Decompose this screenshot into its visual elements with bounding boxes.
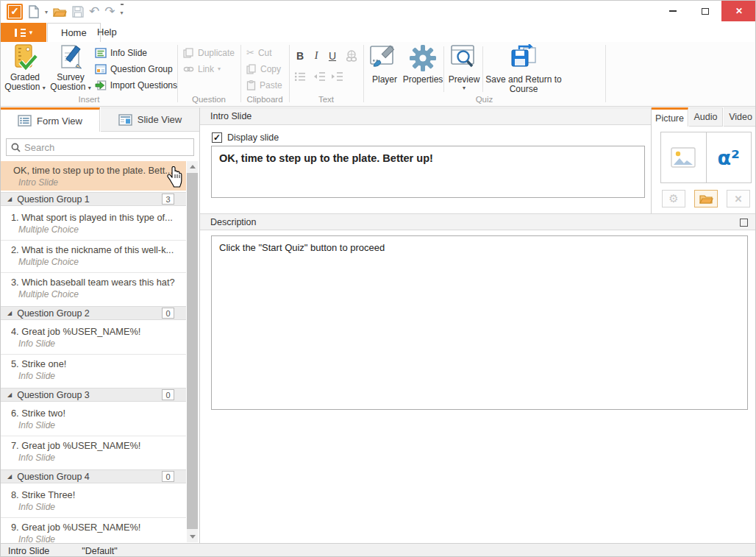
remove-picture-button[interactable]: ✕ xyxy=(727,190,750,207)
link-button[interactable]: Link ▾ xyxy=(183,62,238,76)
link-icon xyxy=(183,65,194,74)
search-input[interactable] xyxy=(24,142,179,153)
slide-item-number: 3. xyxy=(11,277,21,288)
question-group-section-label: Question xyxy=(177,95,240,104)
player-icon xyxy=(369,44,400,72)
survey-question-button[interactable]: Survey Question ▾ xyxy=(49,44,92,96)
question-group-button[interactable]: Question Group xyxy=(95,62,177,76)
duplicate-button[interactable]: Duplicate xyxy=(183,46,238,60)
paste-button[interactable]: Paste xyxy=(246,78,286,92)
slide-item-type: Info Slide xyxy=(18,501,182,513)
slide-item-type: Info Slide xyxy=(18,338,182,350)
maximize-button[interactable] xyxy=(689,1,721,21)
copy-button[interactable]: Copy xyxy=(246,62,286,76)
expand-description-button[interactable] xyxy=(740,219,748,227)
question-group-header[interactable]: ◢Question Group 20 xyxy=(1,306,186,320)
ribbon: Graded Question ▾ Survey Question ▾ Info xyxy=(1,42,756,107)
main-menu-button[interactable]: ▾ xyxy=(1,23,46,42)
close-button[interactable]: ✕ xyxy=(721,1,756,21)
cut-button[interactable]: ✂ Cut xyxy=(246,46,286,60)
scroll-up-arrow[interactable] xyxy=(187,161,198,172)
slide-list-item[interactable]: 1. What sport is played in this type of.… xyxy=(1,207,186,240)
intro-slide-header: Intro Slide xyxy=(200,107,651,125)
graded-question-icon xyxy=(13,44,38,71)
player-label: Player xyxy=(372,75,397,85)
display-slide-label: Display slide xyxy=(227,132,279,143)
question-group-header[interactable]: ◢Question Group 40 xyxy=(1,469,186,483)
info-slide-button[interactable]: Info Slide xyxy=(95,46,177,60)
menu-caret-icon: ▾ xyxy=(29,29,33,36)
redo-button[interactable]: ↷ xyxy=(104,4,115,20)
ribbon-separator xyxy=(605,45,606,102)
new-document-icon xyxy=(29,5,40,18)
italic-button[interactable]: I xyxy=(310,49,323,63)
preview-button[interactable]: Preview ▾ xyxy=(446,44,482,91)
survey-question-icon xyxy=(58,44,83,71)
quick-access-toolbar: ▾ ↶ ↷ ▾ xyxy=(29,4,124,20)
new-document-button[interactable] xyxy=(29,4,40,20)
slide-item-title: 2. What is the nickname of this well-k..… xyxy=(11,244,182,256)
slide-text-editor[interactable]: OK, time to step up to the plate. Better… xyxy=(211,146,645,198)
tab-audio[interactable]: Audio xyxy=(689,107,723,127)
slide-item-number: 4. xyxy=(11,326,21,337)
insert-equation-button[interactable]: α² xyxy=(707,132,752,182)
display-slide-checkbox[interactable]: ✓ xyxy=(212,132,222,143)
search-box xyxy=(6,138,194,156)
form-view-label: Form View xyxy=(37,116,82,127)
scroll-down-arrow[interactable] xyxy=(187,531,198,542)
picture-settings-button[interactable]: ⚙ xyxy=(662,190,685,207)
new-document-caret[interactable]: ▾ xyxy=(45,4,48,20)
minimize-button[interactable] xyxy=(657,1,689,21)
browse-picture-button[interactable] xyxy=(694,190,718,207)
save-return-icon xyxy=(509,44,538,72)
status-bar: Intro Slide "Default" xyxy=(1,543,756,557)
slide-item-number: 1. xyxy=(11,212,21,223)
insert-picture-button[interactable] xyxy=(661,132,707,182)
open-button[interactable] xyxy=(53,4,67,20)
slide-item-type: Info Slide xyxy=(18,419,182,431)
slide-list-item[interactable]: 9. Great job %USER_NAME%!Info Slide xyxy=(1,517,186,542)
question-group-header[interactable]: ◢Question Group 13 xyxy=(1,192,186,206)
slide-item-type: Info Slide xyxy=(18,452,182,464)
slide-list-item[interactable]: 3. Which baseball team wears this hat?Mu… xyxy=(1,272,186,305)
hyperlink-button[interactable] xyxy=(343,49,360,63)
duplicate-icon xyxy=(183,48,194,58)
save-and-return-button[interactable]: Save and Return to Course xyxy=(483,44,564,94)
question-group-icon xyxy=(95,64,107,74)
slide-list-item[interactable]: 4. Great job %USER_NAME%!Info Slide xyxy=(1,322,186,354)
graded-question-button[interactable]: Graded Question ▾ xyxy=(4,44,46,96)
slide-item-type: Intro Slide xyxy=(18,177,182,188)
decrease-indent-button[interactable] xyxy=(312,70,327,83)
underline-button[interactable]: U xyxy=(326,49,339,63)
slide-list-item[interactable]: 7. Great job %USER_NAME%!Info Slide xyxy=(1,436,186,468)
bold-button[interactable]: B xyxy=(293,49,307,63)
slide-list-item[interactable]: 5. Strike one!Info Slide xyxy=(1,354,186,386)
save-button[interactable] xyxy=(72,4,84,20)
tab-help[interactable]: Help xyxy=(84,23,130,42)
toolbar-options-caret[interactable]: ▾ xyxy=(121,4,124,20)
description-editor[interactable]: Click the "Start Quiz" button to proceed xyxy=(211,235,748,410)
tab-picture[interactable]: Picture xyxy=(652,107,688,127)
increase-indent-button[interactable] xyxy=(329,70,344,83)
slide-list-item[interactable]: 8. Strike Three!Info Slide xyxy=(1,485,186,517)
import-questions-button[interactable]: Import Questions xyxy=(95,78,177,92)
slide-list-item[interactable]: 2. What is the nickname of this well-k..… xyxy=(1,240,186,272)
bullet-list-button[interactable] xyxy=(293,70,307,83)
tab-video[interactable]: Video xyxy=(724,107,756,127)
slide-list-item[interactable]: OK, time to step up to the plate. Bett..… xyxy=(1,161,186,191)
sidebar-scrollbar[interactable] xyxy=(187,161,198,542)
undo-button[interactable]: ↶ xyxy=(89,4,99,20)
sidebar-main-divider xyxy=(199,107,200,543)
properties-button[interactable]: Properties xyxy=(402,44,443,85)
tab-slide-view[interactable]: Slide View xyxy=(101,107,199,132)
scrollbar-thumb[interactable] xyxy=(187,173,198,529)
slide-item-number: 7. xyxy=(11,440,21,451)
graded-question-label: Graded Question xyxy=(4,72,40,92)
window-controls: ✕ xyxy=(657,1,756,21)
status-player-template: "Default" xyxy=(82,546,117,556)
player-button[interactable]: Player xyxy=(367,44,402,85)
tab-form-view[interactable]: Form View xyxy=(1,107,100,132)
paste-label: Paste xyxy=(260,80,282,91)
slide-list-item[interactable]: 6. Strike two!Info Slide xyxy=(1,403,186,436)
question-group-header[interactable]: ◢Question Group 30 xyxy=(1,388,186,402)
